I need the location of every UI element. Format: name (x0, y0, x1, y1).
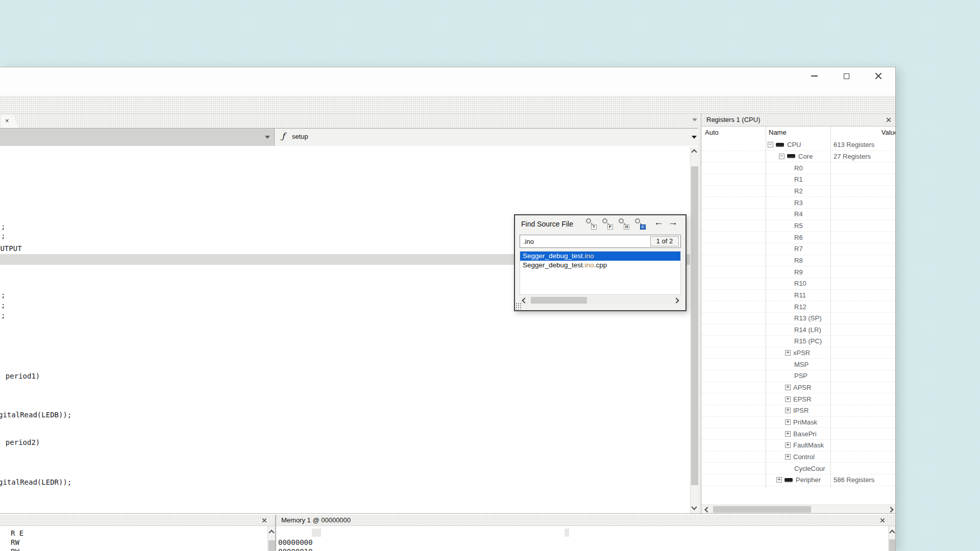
result-item[interactable]: Segger_debug_test.ino (520, 252, 680, 261)
scrollbar-thumb[interactable] (713, 506, 811, 513)
back-arrow-button[interactable]: ← (654, 217, 664, 228)
register-row[interactable]: R8 (701, 255, 896, 267)
register-name: BasePri (793, 430, 817, 438)
search-mode-f-button[interactable]: F (602, 218, 612, 229)
scroll-down-icon[interactable] (691, 504, 697, 510)
chevron-down-icon[interactable] (692, 136, 697, 139)
register-value (831, 301, 896, 312)
register-row[interactable]: R0 (701, 162, 896, 174)
tab-close-icon[interactable]: × (5, 117, 9, 125)
expand-icon[interactable]: + (785, 385, 791, 390)
scroll-up-icon[interactable] (889, 530, 895, 535)
register-row[interactable]: +EPSR (701, 393, 896, 405)
scrollbar-thumb[interactable] (889, 539, 896, 551)
expand-icon[interactable]: + (785, 431, 791, 437)
register-value (831, 290, 896, 301)
memory-vscrollbar[interactable] (888, 526, 896, 551)
editor-vscrollbar[interactable] (690, 147, 698, 514)
register-row[interactable]: +BasePri (701, 428, 896, 440)
register-row[interactable]: MSP (701, 359, 896, 370)
forward-arrow-button[interactable]: → (668, 217, 678, 228)
scroll-left-icon[interactable] (522, 297, 527, 303)
register-value (831, 440, 896, 451)
scroll-right-icon[interactable] (673, 297, 679, 303)
register-row[interactable]: R10 (701, 278, 896, 290)
register-name: Control (793, 453, 815, 461)
expand-icon[interactable]: + (785, 442, 791, 448)
register-row[interactable]: R14 (LR) (701, 324, 896, 336)
register-row[interactable]: R13 (SP) (701, 313, 896, 324)
expand-icon[interactable]: + (785, 408, 791, 413)
expand-icon[interactable]: + (785, 350, 791, 356)
search-mode-t-button[interactable]: T (585, 218, 596, 229)
scrollbar-thumb[interactable] (268, 540, 275, 551)
scrollbar-thumb[interactable] (691, 166, 698, 485)
result-item[interactable]: Segger_debug_test.ino.cpp (520, 261, 680, 270)
register-row[interactable]: +xPSR (701, 347, 896, 359)
bottom-left-vscrollbar[interactable] (267, 526, 275, 551)
register-row[interactable]: R9 (701, 266, 896, 278)
register-value (831, 162, 896, 173)
register-row[interactable]: −Core 27 Registers (701, 151, 896, 163)
file-combobox[interactable] (0, 128, 274, 146)
resize-grip-icon[interactable] (516, 303, 522, 310)
register-row[interactable]: +Peripher586 Registers (701, 474, 896, 486)
register-row[interactable]: CycleCour (701, 463, 896, 474)
register-row[interactable]: R11 (701, 290, 896, 302)
scrollbar-thumb[interactable] (531, 297, 587, 304)
code-editor[interactable]: ; ; OUTPUT ; ; ; - period1) gitalRead(LE… (0, 146, 690, 514)
expand-icon[interactable]: + (785, 454, 791, 460)
close-button[interactable] (870, 69, 887, 83)
memory-hex-view[interactable]: 00000000 .. .. .. .. .. .. .. .. .. .. .… (276, 526, 888, 551)
register-row[interactable]: +FaultMask (701, 440, 896, 452)
restore-button[interactable] (838, 69, 855, 83)
memory-row: 00000020 .. .. .. .. .. .. .. .. .. .. .… (276, 547, 888, 551)
register-row[interactable]: +IPSR (701, 405, 896, 417)
code-fragment: ; (1, 231, 5, 240)
results-hscrollbar[interactable] (520, 296, 681, 305)
scroll-up-icon[interactable] (691, 149, 697, 155)
scroll-left-icon[interactable] (704, 507, 710, 512)
register-row[interactable]: R2 (701, 186, 896, 197)
code-fragment: - period2) (0, 438, 40, 447)
collapse-icon[interactable]: − (779, 154, 785, 159)
scroll-up-icon[interactable] (268, 530, 274, 535)
minimize-button[interactable] (805, 69, 823, 83)
register-row[interactable]: R1 (701, 174, 896, 186)
collapse-icon[interactable]: − (768, 142, 773, 147)
register-name: CPU (787, 141, 801, 148)
expand-icon[interactable]: + (785, 396, 791, 402)
register-row[interactable]: R5 (701, 220, 896, 232)
chevron-down-icon[interactable] (265, 136, 270, 139)
expand-icon[interactable]: + (776, 477, 782, 483)
search-mode-c-button[interactable]: C (634, 218, 645, 229)
register-row[interactable]: +Control (701, 452, 896, 463)
register-row[interactable]: +APSR (701, 382, 896, 394)
register-name: R3 (794, 199, 803, 207)
register-row[interactable]: R6 (701, 232, 896, 243)
tab-list-dropdown-icon[interactable] (692, 118, 697, 121)
register-row[interactable]: R7 (701, 243, 896, 255)
app-window: × ƒ setup ; ; OUTPUT ; ; ; - period1) (0, 67, 896, 551)
register-row[interactable]: R3 (701, 197, 896, 209)
register-row[interactable]: R4 (701, 209, 896, 220)
register-row[interactable]: R15 (PC) (701, 336, 896, 347)
register-name: R11 (794, 291, 806, 299)
registers-hscrollbar[interactable] (701, 505, 896, 513)
memory-map-list[interactable]: R E RW RW (0, 526, 267, 551)
function-combobox[interactable]: ƒ setup (274, 128, 700, 146)
register-row[interactable]: −CPU 613 Registers (701, 139, 896, 151)
chip-icon (785, 478, 793, 482)
scroll-right-icon[interactable] (888, 507, 893, 512)
register-row[interactable]: R12 (701, 301, 896, 313)
editor-tab[interactable]: × (1, 115, 19, 128)
register-row[interactable]: +PriMask (701, 417, 896, 429)
register-row[interactable]: PSP (701, 370, 896, 382)
registers-close-button[interactable] (885, 116, 893, 124)
bottom-left-close-button[interactable] (260, 516, 268, 524)
mode-letter: G (624, 224, 629, 230)
memory-close-button[interactable] (878, 516, 887, 524)
expand-icon[interactable]: + (785, 419, 791, 425)
code-fragment: ; (1, 300, 5, 310)
search-mode-g-button[interactable]: G (618, 218, 628, 229)
